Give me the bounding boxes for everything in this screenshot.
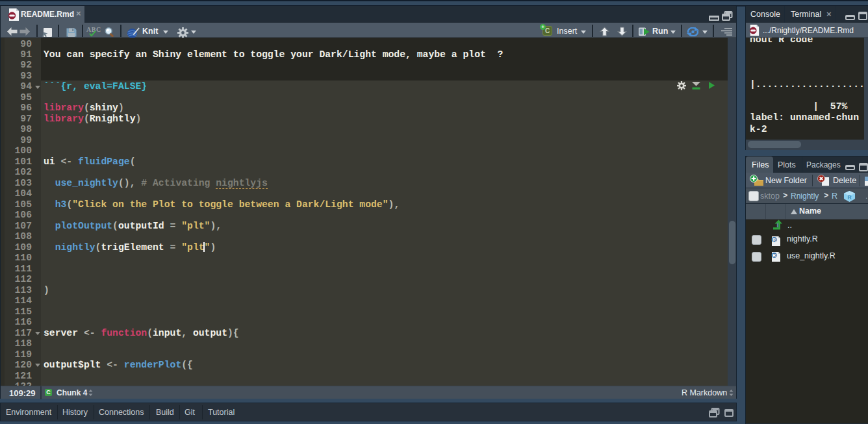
svg-text:R: R: [847, 194, 851, 201]
svg-text:R: R: [772, 238, 776, 242]
svg-text:R: R: [772, 253, 776, 258]
